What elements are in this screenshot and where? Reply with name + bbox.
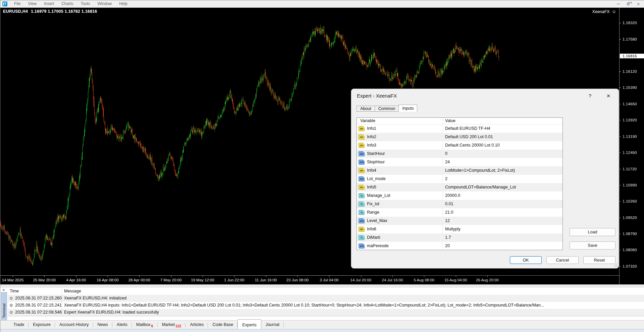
menu-item-file[interactable]: File (10, 0, 24, 8)
ea-name: XeenaFX (592, 9, 610, 14)
input-row[interactable]: 123Level_Max12 (357, 217, 562, 225)
log-row[interactable]: 2025.08.31 07:22:15.260XeenaFX EURUSD,H4… (8, 295, 644, 302)
input-row[interactable]: ½Range21.0 (357, 208, 562, 217)
terminal-tab-code-base[interactable]: Code Base (208, 321, 237, 329)
input-row[interactable]: abInfo4LotMode=1>CompoundLot; 2>FixLot) (357, 166, 562, 175)
price-tick (620, 104, 621, 104)
variable-value[interactable]: Multyply (445, 227, 461, 231)
menu-item-tools[interactable]: Tools (77, 0, 94, 8)
terminal-tab-market[interactable]: Market122 (158, 321, 186, 329)
terminal-close-button[interactable]: × (2, 287, 5, 292)
variable-value[interactable]: 20 (445, 243, 450, 248)
variable-value[interactable]: 21.0 (445, 210, 453, 215)
menu-item-help[interactable]: Help (115, 0, 131, 8)
variable-name: Fix_lot (367, 202, 379, 206)
cancel-button[interactable]: Cancel (546, 256, 579, 264)
log-time: 2025.08.31 07:22:15.241 (15, 303, 62, 308)
time-tick (456, 276, 456, 277)
expert-inputs-dialog: Expert - XeenaFX ? × AboutCommonInputs V… (351, 89, 619, 269)
restore-icon (627, 3, 630, 5)
terminal-side-tab-label: Terminal (2, 303, 6, 318)
terminal-tab-mailbox[interactable]: Mailbox6 (132, 321, 158, 329)
time-axis[interactable]: 14 Mar 202525 Mar 20:004 Apr 16:0016 Apr… (0, 276, 619, 284)
input-row[interactable]: ½DiMarti1.7 (357, 233, 562, 242)
variable-name: StartHour (367, 151, 385, 156)
log-message: XeenaFX EURUSD,H4 inputs: Info1=Default … (64, 303, 544, 308)
close-button[interactable]: × (633, 1, 643, 7)
variable-value[interactable]: 20000.0 (445, 193, 460, 198)
dialog-close-button[interactable]: × (603, 91, 613, 101)
ok-button[interactable]: OK (510, 256, 542, 264)
input-row[interactable]: abInfo5CompoundLOT=Balance/Manage_Lot (357, 183, 562, 191)
menu-bar: FileViewInsertChartsToolsWindowHelp × (0, 0, 644, 8)
variable-value[interactable]: LotMode=1>CompoundLot; 2>FixLot) (445, 168, 515, 173)
terminal-tab-trade[interactable]: Trade (9, 321, 29, 329)
price-tick (620, 234, 621, 234)
input-row[interactable]: abInfo1Default EURUSD TF-H4 (357, 124, 562, 133)
log-row[interactable]: 2025.08.31 07:22:15.241XeenaFX EURUSD,H4… (8, 302, 644, 309)
time-tick (234, 276, 234, 277)
minimize-button[interactable] (613, 1, 623, 7)
variable-value[interactable]: 0 (445, 151, 447, 156)
inputs-rows: abInfo1Default EURUSD TF-H4abInfo2Defaul… (357, 124, 562, 250)
terminal-tab-articles[interactable]: Articles (185, 321, 208, 329)
variable-value[interactable]: Default EURUSD TF-H4 (445, 126, 490, 131)
input-row[interactable]: abInfo3Default Cents 20000 Lot 0.10 (357, 141, 562, 150)
input-row[interactable]: ½Manage_Lot20000.0 (357, 191, 562, 200)
terminal-tab-exposure[interactable]: Exposure (29, 321, 55, 329)
inputs-table-header: Variable Value (357, 118, 562, 124)
time-tick (203, 276, 203, 277)
variable-value[interactable]: 1.7 (445, 235, 451, 240)
input-row[interactable]: abInfo6Multyply (357, 225, 562, 233)
input-row[interactable]: 123maPereode20 (357, 242, 562, 250)
log-bottom-border (8, 316, 644, 316)
string-type-icon: ab (359, 134, 365, 140)
variable-value[interactable]: Default USD 200 Lot 0.01 (445, 134, 493, 139)
variable-value[interactable]: CompoundLOT=Balance/Manage_Lot (445, 185, 516, 189)
variable-name: Lot_mode (367, 176, 386, 181)
dialog-tab-about[interactable]: About (357, 106, 375, 112)
variable-value[interactable]: Default Cents 20000 Lot 0.10 (445, 143, 500, 148)
dialog-tab-inputs[interactable]: Inputs (398, 105, 417, 112)
menu-item-view[interactable]: View (24, 0, 40, 8)
ohlc-values: 1.16979 1.17005 1.16782 1.16816 (31, 9, 97, 14)
restore-button[interactable] (623, 1, 633, 7)
input-row[interactable]: 123StopHour24 (357, 158, 562, 166)
terminal-tab-label: Experts (242, 323, 256, 327)
panel-splitter[interactable] (0, 284, 644, 287)
terminal-tab-news[interactable]: News (93, 321, 112, 329)
terminal-tab-alerts[interactable]: Alerts (112, 321, 132, 329)
price-tick (620, 201, 621, 202)
log-row[interactable]: 2025.08.31 07:22:08.546Expert XeenaFX EU… (8, 309, 644, 316)
variable-value[interactable]: 2 (445, 176, 447, 181)
price-axis-label: 1.18320 (623, 21, 637, 25)
input-row[interactable]: 123Lot_mode2 (357, 175, 562, 183)
menu-item-insert[interactable]: Insert (40, 0, 58, 8)
menu-item-window[interactable]: Window (94, 0, 116, 8)
input-row[interactable]: abInfo2Default USD 200 Lot 0.01 (357, 133, 562, 141)
dialog-help-button[interactable]: ? (586, 92, 594, 100)
input-row[interactable]: ½Fix_lot0.01 (357, 200, 562, 208)
input-row[interactable]: 123StartHour0 (357, 150, 562, 158)
variable-value[interactable]: 12 (445, 218, 450, 223)
save-button[interactable]: Save (570, 241, 615, 250)
dialog-tab-common[interactable]: Common (375, 106, 399, 112)
terminal-tab-account-history[interactable]: Account History (55, 321, 93, 329)
terminal-tab-journal[interactable]: Journal (261, 321, 284, 329)
expert-advisor-label: XeenaFX ☺ (592, 9, 616, 14)
time-axis-label: 25 Mar 20:00 (33, 278, 56, 282)
variable-value[interactable]: 0.01 (445, 202, 453, 206)
menu-item-charts[interactable]: Charts (58, 0, 77, 8)
time-tick (424, 276, 424, 277)
terminal-tab-label: News (98, 322, 108, 327)
terminal-tab-experts[interactable]: Experts (237, 319, 261, 329)
resize-grip-icon[interactable] (613, 263, 617, 267)
variable-value[interactable]: 24 (445, 160, 450, 164)
price-tick (620, 250, 621, 250)
terminal-tab-label: Market (162, 322, 175, 327)
load-button[interactable]: Load (570, 228, 615, 236)
reset-button[interactable]: Reset (583, 256, 615, 264)
variable-name: StopHour (367, 160, 385, 164)
price-axis[interactable]: 1.183201.175801.168161.161201.153901.146… (619, 8, 644, 284)
price-axis-label: 1.13190 (623, 134, 637, 139)
